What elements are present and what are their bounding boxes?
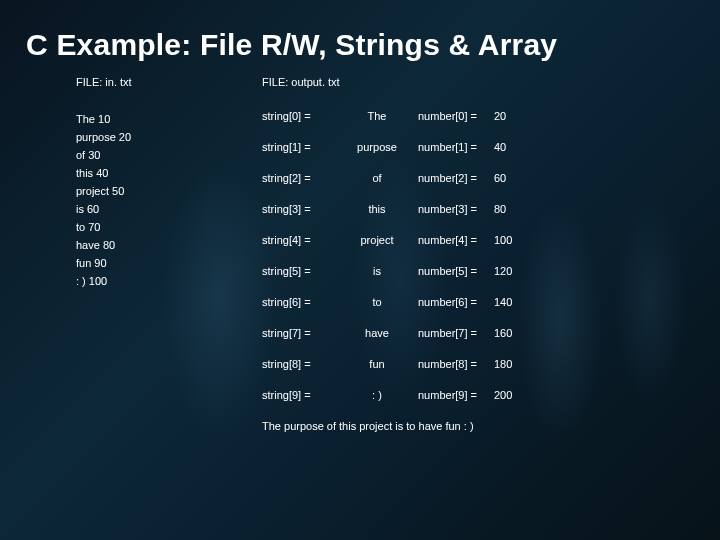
output-cell-nk: number[7] = xyxy=(406,327,494,339)
output-cell-sk: string[9] = xyxy=(262,389,348,401)
input-line: of 30 xyxy=(76,146,262,164)
output-cell-sk: string[4] = xyxy=(262,234,348,246)
output-row: string[1] =purposenumber[1] =40 xyxy=(262,141,720,153)
output-cell-sk: string[6] = xyxy=(262,296,348,308)
output-row: string[6] =tonumber[6] =140 xyxy=(262,296,720,308)
output-cell-sv: project xyxy=(348,234,406,246)
output-cell-sv: : ) xyxy=(348,389,406,401)
output-cell-nv: 60 xyxy=(494,172,524,184)
output-cell-nk: number[8] = xyxy=(406,358,494,370)
output-cell-sk: string[0] = xyxy=(262,110,348,122)
input-line: to 70 xyxy=(76,218,262,236)
output-row: string[4] =projectnumber[4] =100 xyxy=(262,234,720,246)
output-cell-nv: 180 xyxy=(494,358,524,370)
output-row: string[0] =Thenumber[0] =20 xyxy=(262,110,720,122)
output-cell-nk: number[6] = xyxy=(406,296,494,308)
output-cell-nv: 80 xyxy=(494,203,524,215)
output-cell-nv: 40 xyxy=(494,141,524,153)
output-row: string[5] =isnumber[5] =120 xyxy=(262,265,720,277)
output-row: string[2] =ofnumber[2] =60 xyxy=(262,172,720,184)
output-cell-nk: number[0] = xyxy=(406,110,494,122)
output-row: string[3] =thisnumber[3] =80 xyxy=(262,203,720,215)
slide-body: FILE: in. txt The 10purpose 20of 30this … xyxy=(0,76,720,432)
output-cell-sv: to xyxy=(348,296,406,308)
output-cell-nk: number[3] = xyxy=(406,203,494,215)
output-cell-nk: number[2] = xyxy=(406,172,494,184)
output-row: string[9] =: )number[9] =200 xyxy=(262,389,720,401)
output-cell-sv: is xyxy=(348,265,406,277)
output-cell-sv: this xyxy=(348,203,406,215)
output-cell-sk: string[5] = xyxy=(262,265,348,277)
output-cell-nv: 100 xyxy=(494,234,524,246)
output-cell-sk: string[3] = xyxy=(262,203,348,215)
output-cell-nv: 20 xyxy=(494,110,524,122)
input-line: The 10 xyxy=(76,110,262,128)
output-cell-nv: 120 xyxy=(494,265,524,277)
output-cell-nk: number[9] = xyxy=(406,389,494,401)
output-cell-sv: of xyxy=(348,172,406,184)
input-file-header: FILE: in. txt xyxy=(76,76,262,88)
output-cell-sv: have xyxy=(348,327,406,339)
output-file-column: FILE: output. txt string[0] =Thenumber[0… xyxy=(262,76,720,432)
output-row: string[8] =funnumber[8] =180 xyxy=(262,358,720,370)
output-cell-nv: 160 xyxy=(494,327,524,339)
output-file-header: FILE: output. txt xyxy=(262,76,720,88)
output-cell-sk: string[2] = xyxy=(262,172,348,184)
output-cell-sv: The xyxy=(348,110,406,122)
output-cell-nv: 140 xyxy=(494,296,524,308)
output-cell-nk: number[5] = xyxy=(406,265,494,277)
output-cell-sk: string[7] = xyxy=(262,327,348,339)
input-line: purpose 20 xyxy=(76,128,262,146)
input-file-column: FILE: in. txt The 10purpose 20of 30this … xyxy=(76,76,262,432)
input-line: is 60 xyxy=(76,200,262,218)
input-line: have 80 xyxy=(76,236,262,254)
output-cell-sv: purpose xyxy=(348,141,406,153)
output-row: string[7] =havenumber[7] =160 xyxy=(262,327,720,339)
input-line: project 50 xyxy=(76,182,262,200)
output-cell-nk: number[1] = xyxy=(406,141,494,153)
output-cell-sv: fun xyxy=(348,358,406,370)
input-line: : ) 100 xyxy=(76,272,262,290)
output-file-rows: string[0] =Thenumber[0] =20string[1] =pu… xyxy=(262,110,720,401)
input-line: fun 90 xyxy=(76,254,262,272)
input-line: this 40 xyxy=(76,164,262,182)
output-summary: The purpose of this project is to have f… xyxy=(262,420,720,432)
output-cell-nk: number[4] = xyxy=(406,234,494,246)
output-cell-sk: string[1] = xyxy=(262,141,348,153)
output-cell-sk: string[8] = xyxy=(262,358,348,370)
slide-title: C Example: File R/W, Strings & Array xyxy=(0,0,720,76)
output-cell-nv: 200 xyxy=(494,389,524,401)
input-file-lines: The 10purpose 20of 30this 40project 50is… xyxy=(76,110,262,290)
